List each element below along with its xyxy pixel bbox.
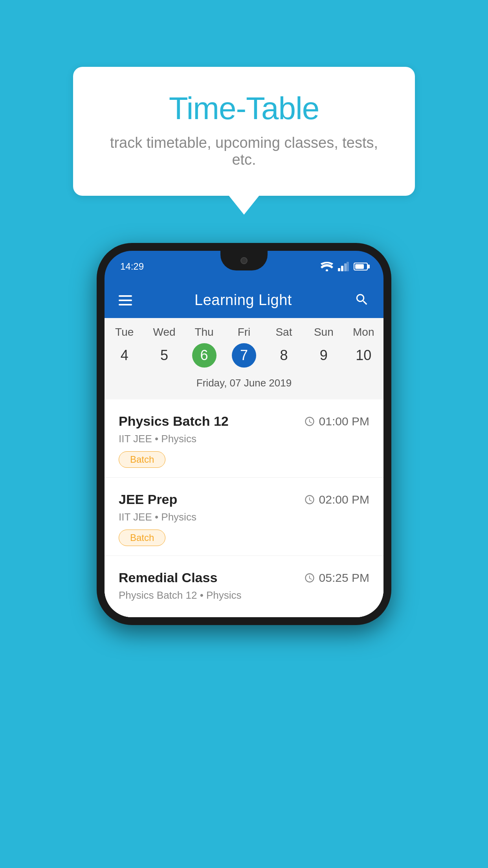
schedule-time-2: 02:00 PM	[304, 493, 369, 506]
svg-rect-2	[341, 266, 343, 271]
batch-tag-1: Batch	[119, 451, 165, 468]
day-headers: Tue Wed Thu Fri Sat Sun Mon	[105, 326, 383, 338]
tooltip-card: Time-Table track timetable, upcoming cla…	[73, 67, 415, 196]
camera-dot	[240, 257, 248, 264]
signal-icon	[338, 262, 349, 271]
schedule-list: Physics Batch 12 01:00 PM IIT JEE • Phys…	[105, 399, 383, 617]
phone-notch	[220, 251, 268, 270]
day-6-today[interactable]: 6	[192, 343, 216, 368]
schedule-name-1: Physics Batch 12	[119, 414, 229, 429]
day-header-thu: Thu	[184, 326, 224, 338]
app-title: Learning Light	[194, 292, 292, 309]
day-header-wed: Wed	[144, 326, 184, 338]
svg-rect-3	[344, 263, 347, 271]
day-7-selected[interactable]: 7	[232, 343, 256, 368]
hamburger-menu-icon[interactable]	[119, 295, 132, 305]
phone-screen: Learning Light Tue Wed Thu Fri Sat Sun M…	[105, 282, 383, 617]
status-time: 14:29	[120, 261, 144, 272]
day-header-mon: Mon	[344, 326, 383, 338]
schedule-item-3-header: Remedial Class 05:25 PM	[119, 570, 369, 585]
wifi-icon	[321, 262, 333, 271]
svg-rect-4	[347, 262, 349, 271]
phone-shell: 14:29	[97, 243, 391, 625]
svg-point-0	[326, 269, 328, 271]
clock-icon-3	[304, 572, 315, 583]
clock-icon-2	[304, 494, 315, 505]
status-icons	[321, 262, 368, 271]
search-button[interactable]	[354, 292, 369, 309]
schedule-item-1[interactable]: Physics Batch 12 01:00 PM IIT JEE • Phys…	[105, 399, 383, 478]
day-10[interactable]: 10	[344, 342, 383, 368]
tooltip-subtitle: track timetable, upcoming classes, tests…	[105, 134, 383, 168]
schedule-item-2[interactable]: JEE Prep 02:00 PM IIT JEE • Physics Batc…	[105, 478, 383, 556]
schedule-name-2: JEE Prep	[119, 492, 177, 507]
schedule-item-1-header: Physics Batch 12 01:00 PM	[119, 414, 369, 429]
clock-icon-1	[304, 416, 315, 427]
schedule-item-3[interactable]: Remedial Class 05:25 PM Physics Batch 12…	[105, 556, 383, 617]
day-header-sat: Sat	[264, 326, 304, 338]
calendar-strip: Tue Wed Thu Fri Sat Sun Mon 4 5 6 7 8 9 …	[105, 318, 383, 399]
schedule-meta-2: IIT JEE • Physics	[119, 511, 369, 523]
schedule-name-3: Remedial Class	[119, 570, 217, 585]
schedule-meta-3: Physics Batch 12 • Physics	[119, 589, 369, 601]
batch-tag-2: Batch	[119, 530, 165, 546]
day-numbers: 4 5 6 7 8 9 10	[105, 342, 383, 368]
schedule-time-1: 01:00 PM	[304, 415, 369, 428]
app-header: Learning Light	[105, 282, 383, 318]
schedule-time-3: 05:25 PM	[304, 571, 369, 585]
schedule-item-2-header: JEE Prep 02:00 PM	[119, 492, 369, 507]
day-8[interactable]: 8	[264, 342, 304, 368]
selected-date: Friday, 07 June 2019	[105, 374, 383, 395]
schedule-meta-1: IIT JEE • Physics	[119, 433, 369, 445]
day-4[interactable]: 4	[105, 342, 144, 368]
battery-icon	[354, 263, 368, 270]
svg-rect-1	[338, 268, 340, 271]
day-header-fri: Fri	[224, 326, 264, 338]
day-9[interactable]: 9	[304, 342, 343, 368]
day-header-sun: Sun	[304, 326, 343, 338]
tooltip-title: Time-Table	[105, 90, 383, 127]
phone-wrapper: 14:29	[97, 243, 391, 625]
status-bar: 14:29	[105, 251, 383, 282]
day-header-tue: Tue	[105, 326, 144, 338]
day-5[interactable]: 5	[144, 342, 184, 368]
